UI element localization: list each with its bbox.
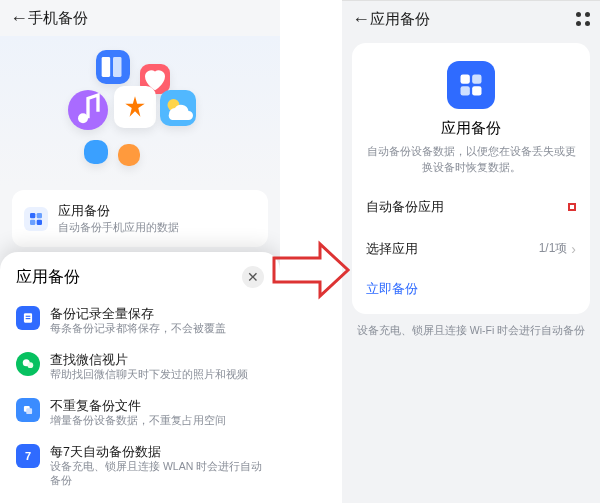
- feature-row: 不重复备份文件增量备份设备数据，不重复占用空间: [16, 390, 264, 436]
- svg-rect-16: [461, 75, 470, 84]
- wechat-icon: [16, 352, 40, 376]
- feature-title: 每7天自动备份数据: [50, 444, 264, 460]
- select-apps-label: 选择应用: [366, 240, 418, 258]
- feature-sub: 设备充电、锁屏且连接 WLAN 时会进行自动备份: [50, 460, 264, 487]
- feature-sub: 帮助找回微信聊天时下发过的照片和视频: [50, 368, 248, 382]
- svg-rect-6: [37, 213, 42, 218]
- gallery-icon: [114, 86, 156, 128]
- nodup-icon: [16, 398, 40, 422]
- card-subtitle: 自动备份手机应用的数据: [58, 220, 179, 235]
- auto-backup-label: 自动备份应用: [366, 198, 444, 216]
- svg-rect-5: [30, 213, 35, 218]
- chevron-right-icon: ›: [571, 241, 576, 257]
- back-icon[interactable]: ←: [10, 8, 28, 29]
- intro-sheet: 应用备份 ✕ 备份记录全量保存每条备份记录都将保存，不会被覆盖 查找微信视片帮助…: [0, 252, 280, 503]
- feature-title: 备份记录全量保存: [50, 306, 226, 322]
- svg-rect-7: [30, 219, 35, 224]
- svg-rect-1: [113, 57, 122, 77]
- books-icon: [96, 50, 130, 84]
- card-title: 应用备份: [58, 202, 179, 220]
- svg-rect-10: [26, 316, 31, 317]
- more-icon[interactable]: [576, 12, 590, 26]
- svg-point-13: [27, 362, 33, 368]
- backup-now-link[interactable]: 立即备份: [366, 270, 576, 300]
- auto-backup-row: 自动备份应用: [366, 186, 576, 228]
- app-backup-big-icon: [447, 61, 495, 109]
- svg-rect-0: [102, 57, 111, 77]
- feature-sub: 每条备份记录都将保存，不会被覆盖: [50, 322, 226, 336]
- feature-row: 备份记录全量保存每条备份记录都将保存，不会被覆盖: [16, 298, 264, 344]
- flow-arrow-icon: [272, 240, 350, 300]
- sheet-title: 应用备份: [16, 267, 80, 288]
- hero-desc: 自动备份设备数据，以便您在设备丢失或更换设备时恢复数据。: [366, 144, 576, 176]
- hero-title: 应用备份: [366, 119, 576, 138]
- left-header: ← 手机备份: [0, 0, 280, 36]
- highlight-box: [568, 203, 576, 211]
- backup-card: 应用备份 自动备份设备数据，以便您在设备丢失或更换设备时恢复数据。 自动备份应用…: [352, 43, 590, 314]
- feature-title: 不重复备份文件: [50, 398, 226, 414]
- select-apps-value: 1/1项: [539, 240, 568, 257]
- back-icon[interactable]: ←: [352, 9, 370, 30]
- app-backup-card[interactable]: 应用备份 自动备份手机应用的数据: [12, 190, 268, 247]
- feature-sub: 增量备份设备数据，不重复占用空间: [50, 414, 226, 428]
- feature-title: 查找微信视片: [50, 352, 248, 368]
- svg-rect-11: [26, 318, 31, 319]
- svg-rect-17: [472, 75, 481, 84]
- left-screen: ← 手机备份 应用备份 自动备份手机应用的数据 应用备份 ✕: [0, 0, 280, 503]
- contacts-mini-icon: [118, 144, 140, 166]
- close-icon[interactable]: ✕: [242, 266, 264, 288]
- calendar-mini-icon: [84, 140, 108, 164]
- left-title: 手机备份: [28, 9, 88, 28]
- svg-rect-8: [37, 219, 42, 224]
- right-header: ← 应用备份: [342, 1, 600, 37]
- right-screen: ← 应用备份 应用备份 自动备份设备数据，以便您在设备丢失或更换设备时恢复数据。…: [342, 0, 600, 503]
- hero-illustration: [0, 36, 280, 186]
- svg-marker-3: [125, 96, 145, 117]
- feature-row: 7 每7天自动备份数据设备充电、锁屏且连接 WLAN 时会进行自动备份: [16, 436, 264, 496]
- svg-rect-18: [461, 86, 470, 95]
- footnote: 设备充电、锁屏且连接 Wi-Fi 时会进行自动备份: [342, 324, 600, 338]
- svg-rect-19: [472, 86, 481, 95]
- feature-row: 查找微信视片帮助找回微信聊天时下发过的照片和视频: [16, 344, 264, 390]
- app-backup-card-icon: [24, 207, 48, 231]
- right-title: 应用备份: [370, 10, 430, 29]
- seven-day-icon: 7: [16, 444, 40, 468]
- records-icon: [16, 306, 40, 330]
- svg-rect-15: [26, 408, 32, 414]
- select-apps-row[interactable]: 选择应用 1/1项 ›: [366, 228, 576, 270]
- weather-icon: [160, 90, 196, 126]
- music-icon: [68, 90, 108, 130]
